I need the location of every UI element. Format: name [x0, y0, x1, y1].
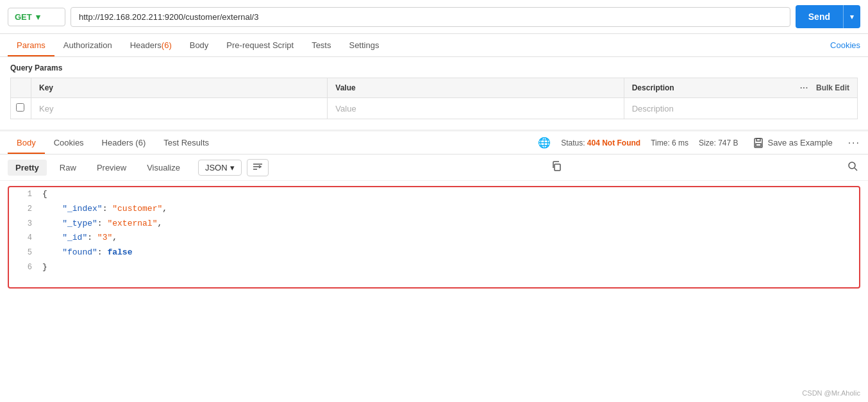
- copy-button[interactable]: [549, 158, 564, 176]
- send-label: Send: [796, 6, 843, 27]
- method-label: GET: [15, 12, 32, 22]
- save-icon: [753, 138, 764, 148]
- search-icon-svg: [847, 161, 858, 171]
- response-tab-headers[interactable]: Headers (6): [93, 131, 155, 154]
- response-area: Body Cookies Headers (6) Test Results 🌐 …: [0, 130, 868, 289]
- chevron-down-icon: ▾: [36, 12, 40, 22]
- code-line-6: 6 }: [9, 260, 859, 275]
- size-text: Size: 747 B: [699, 138, 738, 147]
- cookies-link[interactable]: Cookies: [830, 40, 860, 50]
- top-bar: GET ▾ Send ▾: [0, 0, 868, 34]
- globe-icon: 🌐: [538, 137, 551, 149]
- view-preview-button[interactable]: Preview: [89, 160, 134, 176]
- code-line-2: 2 "_index": "customer",: [9, 202, 859, 217]
- url-input[interactable]: [71, 7, 790, 27]
- search-button[interactable]: [845, 158, 860, 176]
- format-label: JSON: [205, 163, 228, 172]
- status-code: 404 Not Found: [587, 138, 640, 147]
- value-cell[interactable]: Value: [328, 98, 624, 119]
- description-cell[interactable]: Description: [624, 98, 857, 119]
- response-tab-cookies[interactable]: Cookies: [45, 131, 93, 154]
- row-check-input[interactable]: [16, 103, 24, 112]
- svg-rect-1: [756, 138, 760, 141]
- time-text: Time: 6 ms: [651, 138, 689, 147]
- table-header-row: Key Value Description ··· Bulk Edit: [11, 78, 858, 98]
- send-button[interactable]: Send ▾: [796, 5, 860, 28]
- code-line-4: 4 "_id": "3",: [9, 231, 859, 246]
- tab-authorization[interactable]: Authorization: [54, 34, 121, 56]
- view-pretty-button[interactable]: Pretty: [8, 160, 47, 176]
- svg-rect-2: [756, 144, 761, 146]
- code-viewer: 1 { 2 "_index": "customer", 3 "_type": "…: [8, 186, 860, 289]
- params-table: Key Value Description ··· Bulk Edit Key …: [10, 78, 858, 119]
- svg-point-7: [849, 162, 855, 169]
- row-checkbox[interactable]: [11, 98, 31, 119]
- tab-body[interactable]: Body: [181, 34, 218, 56]
- format-chevron: ▾: [230, 163, 235, 172]
- th-value: Value: [328, 78, 624, 98]
- code-line-5: 5 "found": false: [9, 246, 859, 260]
- tab-tests[interactable]: Tests: [303, 34, 340, 56]
- th-description-label: Description: [632, 83, 674, 92]
- tab-headers[interactable]: Headers(6): [121, 34, 181, 56]
- svg-rect-6: [555, 164, 560, 171]
- th-key: Key: [31, 78, 328, 98]
- wrap-icon: [253, 162, 263, 171]
- checkbox-col-header: [11, 78, 31, 98]
- code-line-1: 1 {: [9, 187, 859, 202]
- table-row: Key Value Description: [11, 98, 858, 119]
- response-tabs-bar: Body Cookies Headers (6) Test Results 🌐 …: [0, 131, 868, 155]
- response-body-section: Pretty Raw Preview Visualize JSON ▾: [0, 155, 868, 181]
- more-options-button[interactable]: ···: [848, 137, 860, 149]
- response-tab-body[interactable]: Body: [8, 131, 45, 154]
- svg-line-8: [855, 168, 857, 171]
- save-example-button[interactable]: Save as Example: [748, 135, 837, 151]
- code-line-3: 3 "_type": "external",: [9, 217, 859, 231]
- format-selector[interactable]: JSON ▾: [198, 160, 242, 176]
- view-raw-button[interactable]: Raw: [52, 160, 84, 176]
- key-cell[interactable]: Key: [31, 98, 328, 119]
- th-description-actions: Description ··· Bulk Edit: [624, 78, 857, 98]
- status-label: Status: 404 Not Found: [561, 138, 640, 147]
- view-visualize-button[interactable]: Visualize: [139, 160, 188, 176]
- bulk-edit-label[interactable]: Bulk Edit: [816, 83, 849, 92]
- request-tabs: Params Authorization Headers(6) Body Pre…: [0, 34, 868, 57]
- more-options-icon[interactable]: ···: [800, 83, 808, 92]
- send-arrow: ▾: [844, 8, 860, 26]
- tab-pre-request[interactable]: Pre-request Script: [217, 34, 303, 56]
- query-params-section: Query Params Key Value Description ··· B…: [0, 57, 868, 119]
- response-status-bar: 🌐 Status: 404 Not Found Time: 6 ms Size:…: [538, 135, 860, 151]
- copy-icon-svg: [551, 161, 562, 171]
- tab-settings[interactable]: Settings: [340, 34, 388, 56]
- tab-params[interactable]: Params: [8, 34, 54, 56]
- save-example-label: Save as Example: [767, 138, 832, 147]
- response-tab-test-results[interactable]: Test Results: [154, 131, 218, 154]
- wrap-button[interactable]: [247, 159, 269, 176]
- method-selector[interactable]: GET ▾: [8, 8, 65, 26]
- query-params-title: Query Params: [10, 63, 858, 72]
